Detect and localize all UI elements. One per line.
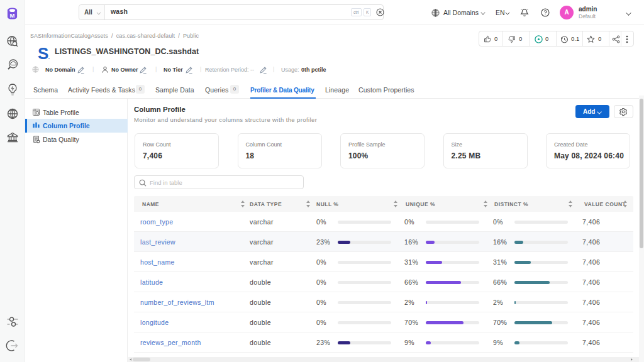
svg-text:S: S xyxy=(38,45,48,61)
svg-text:M: M xyxy=(10,12,15,19)
